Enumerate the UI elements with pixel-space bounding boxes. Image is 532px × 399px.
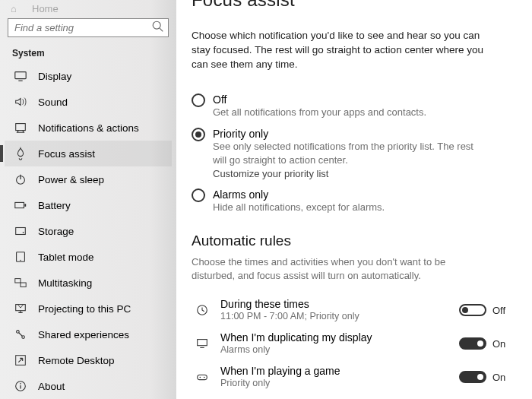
svg-point-21 bbox=[20, 383, 21, 385]
sidebar-item-focus-assist[interactable]: Focus assist bbox=[5, 141, 172, 166]
gamepad-icon bbox=[192, 370, 213, 384]
page-title: Focus assist bbox=[192, 0, 514, 11]
sidebar-item-label: Storage bbox=[38, 226, 74, 237]
page-intro: Choose which notification you'd like to … bbox=[192, 29, 496, 72]
radio-button-icon bbox=[192, 188, 205, 202]
sidebar-item-label: Battery bbox=[38, 200, 71, 211]
svg-line-18 bbox=[19, 333, 23, 337]
sidebar-group-title: System bbox=[5, 48, 172, 63]
sidebar-item-power[interactable]: Power & sleep bbox=[5, 166, 172, 192]
sidebar-item-projecting[interactable]: Projecting to this PC bbox=[5, 296, 172, 321]
sidebar-item-sound[interactable]: Sound bbox=[5, 89, 172, 115]
svg-point-16 bbox=[17, 331, 20, 334]
svg-point-10 bbox=[23, 232, 24, 233]
rule-title: When I'm duplicating my display bbox=[220, 331, 459, 344]
main-content: Focus assist Choose which notification y… bbox=[176, 0, 532, 399]
svg-rect-24 bbox=[198, 340, 207, 346]
svg-rect-4 bbox=[16, 124, 26, 131]
sidebar-item-storage[interactable]: Storage bbox=[5, 218, 172, 244]
storage-icon bbox=[12, 224, 29, 238]
sidebar-item-display[interactable]: Display bbox=[5, 63, 172, 89]
sidebar-item-label: Remote Desktop bbox=[38, 355, 115, 366]
home-label: Home bbox=[32, 3, 59, 14]
rule-toggle[interactable] bbox=[459, 337, 486, 350]
automatic-rules-intro: Choose the times and activities when you… bbox=[192, 255, 480, 283]
about-icon bbox=[12, 379, 29, 393]
toggle-state-label: On bbox=[492, 338, 505, 350]
shared-icon bbox=[12, 328, 29, 341]
monitor-icon bbox=[192, 337, 213, 350]
radio-button-icon bbox=[192, 93, 205, 107]
sidebar-item-about[interactable]: About bbox=[5, 373, 172, 399]
svg-rect-26 bbox=[198, 375, 207, 380]
radio-description: Get all notifications from your apps and… bbox=[213, 106, 486, 119]
svg-line-1 bbox=[160, 28, 163, 32]
rule-duplicating-display[interactable]: When I'm duplicating my display Alarms o… bbox=[192, 327, 514, 360]
home-icon: ⌂ bbox=[11, 3, 24, 14]
rule-title: When I'm playing a game bbox=[220, 365, 459, 378]
rule-sub: Alarms only bbox=[220, 344, 459, 356]
sidebar-item-label: Shared experiences bbox=[38, 329, 129, 340]
svg-rect-8 bbox=[24, 204, 26, 207]
sidebar-item-battery[interactable]: Battery bbox=[5, 192, 172, 218]
radio-label: Priority only bbox=[213, 128, 514, 140]
multitasking-icon bbox=[12, 276, 29, 290]
toggle-state-label: Off bbox=[492, 305, 505, 316]
rule-sub: Priority only bbox=[220, 378, 459, 389]
radio-alarms-only[interactable]: Alarms only Hide all notifications, exce… bbox=[192, 184, 514, 219]
sidebar-item-notifications[interactable]: Notifications & actions bbox=[5, 115, 172, 141]
svg-point-27 bbox=[199, 377, 201, 378]
sidebar-item-label: Focus assist bbox=[38, 148, 95, 160]
search-icon bbox=[151, 20, 163, 36]
rule-toggle[interactable] bbox=[459, 371, 486, 383]
toggle-state-label: On bbox=[492, 372, 505, 383]
sidebar-item-remote[interactable]: Remote Desktop bbox=[5, 347, 172, 373]
battery-icon bbox=[12, 198, 29, 212]
rule-toggle[interactable] bbox=[459, 304, 486, 316]
rule-sub: 11:00 PM - 7:00 AM; Priority only bbox=[220, 311, 459, 322]
notifications-icon bbox=[12, 121, 29, 135]
settings-search[interactable] bbox=[8, 18, 169, 37]
sidebar-item-label: Display bbox=[38, 71, 71, 82]
sidebar-item-label: About bbox=[38, 381, 65, 392]
svg-rect-13 bbox=[15, 279, 21, 283]
power-icon bbox=[12, 173, 29, 186]
radio-description: See only selected notifications from the… bbox=[213, 140, 486, 166]
sidebar-nav: Display Sound Notifications & actions Fo… bbox=[5, 63, 172, 399]
customize-priority-link[interactable]: Customize your priority list bbox=[213, 168, 514, 179]
sidebar-item-multitasking[interactable]: Multitasking bbox=[5, 270, 172, 296]
rule-playing-game[interactable]: When I'm playing a game Priority only On bbox=[192, 360, 514, 394]
radio-off[interactable]: Off Get all notifications from your apps… bbox=[192, 89, 514, 124]
svg-point-28 bbox=[204, 377, 205, 378]
sidebar-item-tablet[interactable]: Tablet mode bbox=[5, 244, 172, 270]
radio-priority-only[interactable]: Priority only See only selected notifica… bbox=[192, 123, 514, 184]
radio-label: Off bbox=[213, 93, 514, 106]
svg-rect-7 bbox=[15, 202, 24, 207]
tablet-icon bbox=[12, 250, 29, 264]
focus-mode-radio-group: Off Get all notifications from your apps… bbox=[192, 89, 514, 219]
sidebar-item-shared[interactable]: Shared experiences bbox=[5, 321, 172, 347]
sidebar-item-label: Tablet mode bbox=[38, 252, 94, 263]
sidebar-item-label: Notifications & actions bbox=[38, 122, 139, 134]
sidebar: ⌂ Home System Display Sound Notification… bbox=[0, 0, 176, 399]
svg-point-17 bbox=[22, 336, 25, 339]
focus-assist-icon bbox=[12, 147, 29, 160]
sidebar-item-label: Sound bbox=[38, 97, 68, 108]
clock-icon bbox=[192, 303, 213, 317]
svg-rect-2 bbox=[15, 72, 26, 79]
search-input[interactable] bbox=[14, 22, 151, 33]
rule-at-home[interactable]: When I'm at home Priority only Off bbox=[192, 394, 514, 399]
home-nav[interactable]: ⌂ Home bbox=[5, 3, 172, 14]
remote-icon bbox=[12, 353, 29, 367]
sidebar-item-label: Projecting to this PC bbox=[38, 303, 131, 315]
rule-title: During these times bbox=[220, 298, 459, 311]
svg-rect-9 bbox=[16, 228, 26, 235]
sidebar-item-label: Multitasking bbox=[38, 277, 92, 289]
rule-during-times[interactable]: During these times 11:00 PM - 7:00 AM; P… bbox=[192, 293, 514, 327]
radio-label: Alarms only bbox=[213, 188, 514, 201]
display-icon bbox=[12, 69, 29, 83]
sound-icon bbox=[12, 95, 29, 109]
radio-button-icon bbox=[192, 128, 205, 141]
automatic-rules-title: Automatic rules bbox=[192, 233, 514, 249]
sidebar-item-label: Power & sleep bbox=[38, 174, 104, 185]
